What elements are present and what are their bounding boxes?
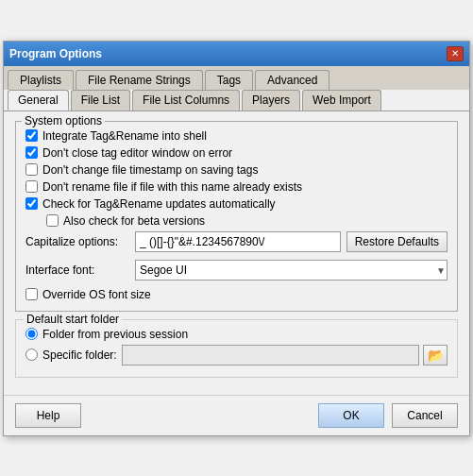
checkbox-dont-close[interactable] [25, 146, 38, 159]
tab-file-list[interactable]: File List [71, 90, 130, 110]
tab-tags[interactable]: Tags [205, 70, 253, 90]
checkbox-row-dont-change-timestamp: Don't change file timestamp on saving ta… [25, 163, 448, 177]
checkbox-row-integrate: Integrate Tag&Rename into shell [25, 129, 448, 143]
capitalize-row: Capitalize options: Restore Defaults [25, 231, 448, 252]
checkbox-label-beta: Also check for beta versions [63, 214, 205, 228]
capitalize-input[interactable] [135, 231, 341, 252]
checkbox-row-dont-close: Don't close tag editor window on error [25, 146, 448, 160]
ok-button[interactable]: OK [318, 403, 384, 428]
radio-label-specific-folder: Specific folder: [42, 348, 117, 362]
browse-folder-button[interactable]: 📂 [423, 345, 448, 366]
checkbox-check-updates[interactable] [25, 197, 38, 210]
checkbox-label-check-updates: Check for Tag&Rename updates automatical… [42, 197, 276, 211]
radio-row-previous-session: Folder from previous session [25, 328, 448, 341]
folder-input-wrap: 📂 [122, 345, 448, 366]
checkbox-row-dont-rename: Don't rename file if file with this name… [25, 180, 448, 194]
checkbox-label-dont-close: Don't close tag editor window on error [42, 146, 232, 160]
tab-players[interactable]: Players [242, 90, 300, 110]
bottom-tab-row: General File List File List Columns Play… [4, 90, 469, 111]
radio-specific-folder[interactable] [25, 348, 38, 361]
capitalize-label: Capitalize options: [25, 235, 129, 248]
help-button[interactable]: Help [15, 403, 81, 428]
checkbox-row-beta: Also check for beta versions [46, 214, 448, 228]
system-options-box: System options Integrate Tag&Rename into… [15, 121, 458, 312]
checkbox-dont-change-timestamp[interactable] [25, 163, 38, 176]
checkbox-label-dont-change-timestamp: Don't change file timestamp on saving ta… [42, 163, 258, 177]
top-tab-row: Playlists File Rename Strings Tags Advan… [4, 66, 469, 91]
interface-font-row: Interface font: Segoe UI Arial Tahoma Ve… [25, 260, 448, 280]
default-start-folder-label: Default start folder [24, 313, 122, 326]
tab-general[interactable]: General [8, 90, 69, 110]
bottom-bar: Help OK Cancel [4, 395, 469, 435]
radio-label-previous-session: Folder from previous session [42, 328, 188, 341]
checkbox-label-dont-rename: Don't rename file if file with this name… [42, 180, 302, 194]
checkbox-integrate[interactable] [25, 129, 38, 142]
tab-advanced[interactable]: Advanced [255, 70, 329, 90]
checkbox-dont-rename[interactable] [25, 180, 38, 193]
checkbox-beta[interactable] [46, 214, 59, 227]
radio-previous-session[interactable] [25, 328, 38, 340]
radio-row-specific-folder: Specific folder: 📂 [25, 345, 448, 366]
bottom-right-buttons: OK Cancel [318, 403, 458, 428]
window-title: Program Options [9, 47, 102, 60]
specific-folder-input[interactable] [122, 345, 419, 366]
font-dropdown-wrap: Segoe UI Arial Tahoma Verdana ▼ [135, 260, 448, 280]
checkbox-row-override-font: Override OS font size [25, 288, 448, 301]
checkbox-override-font[interactable] [25, 288, 38, 300]
program-options-window: Program Options ✕ Playlists File Rename … [3, 41, 470, 436]
cancel-button[interactable]: Cancel [392, 403, 458, 428]
folder-browse-icon: 📂 [428, 348, 444, 363]
close-button[interactable]: ✕ [447, 46, 464, 61]
title-bar: Program Options ✕ [4, 42, 469, 66]
checkbox-label-integrate: Integrate Tag&Rename into shell [42, 129, 207, 143]
default-start-folder-group: Default start folder Folder from previou… [15, 319, 458, 378]
tab-file-rename-strings[interactable]: File Rename Strings [76, 70, 203, 90]
checkbox-row-check-updates: Check for Tag&Rename updates automatical… [25, 197, 448, 211]
tab-web-import[interactable]: Web Import [302, 90, 381, 110]
tab-file-list-columns[interactable]: File List Columns [132, 90, 240, 110]
checkbox-label-override-font: Override OS font size [42, 288, 151, 301]
font-dropdown[interactable]: Segoe UI Arial Tahoma Verdana [135, 260, 448, 280]
restore-defaults-button[interactable]: Restore Defaults [346, 231, 448, 252]
tab-playlists[interactable]: Playlists [8, 70, 74, 90]
content-area: System options Integrate Tag&Rename into… [4, 111, 469, 395]
system-options-label: System options [22, 114, 105, 128]
interface-font-label: Interface font: [25, 264, 129, 277]
